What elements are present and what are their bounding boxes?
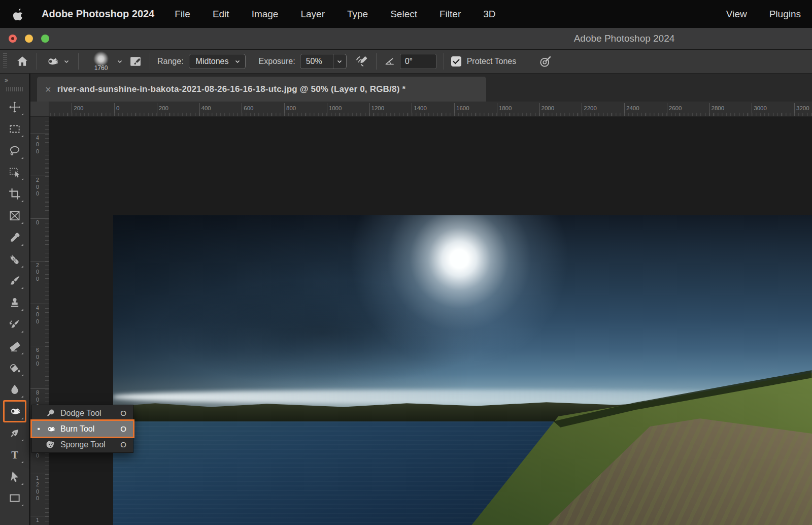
brush-angle-value: 0° xyxy=(405,57,413,66)
chevron-down-icon xyxy=(63,58,70,65)
menu-item-view[interactable]: View xyxy=(726,9,747,20)
range-select[interactable]: Midtones xyxy=(189,54,246,69)
traffic-light-zoom[interactable] xyxy=(41,35,49,43)
tool-lasso[interactable] xyxy=(5,141,25,160)
pen-pressure-icon xyxy=(538,54,553,69)
type-icon xyxy=(8,448,21,462)
chevron-down-icon xyxy=(234,58,241,65)
menu-item-filter[interactable]: Filter xyxy=(439,9,461,20)
traffic-light-close[interactable] xyxy=(9,35,17,43)
canvas-area[interactable] xyxy=(49,117,812,525)
flyout-item-sponge-tool[interactable]: Sponge ToolO xyxy=(32,437,133,452)
tool-type[interactable] xyxy=(5,445,25,465)
window-title-bar: Adobe Photoshop 2024 xyxy=(0,28,812,49)
brush-settings-panel-icon xyxy=(128,54,143,69)
sponge-tool-icon xyxy=(46,440,56,450)
h-ruler-label: 3200 xyxy=(796,105,809,111)
tool-spot-healing-brush[interactable] xyxy=(5,250,25,269)
menu-item-layer[interactable]: Layer xyxy=(300,9,325,20)
h-ruler-label: 1800 xyxy=(499,105,512,111)
document-tab[interactable]: × river-and-sunshine-in-bakota-2021-08-2… xyxy=(37,77,486,102)
flyout-item-label: Sponge Tool xyxy=(60,440,115,449)
traffic-light-minimize[interactable] xyxy=(25,35,33,43)
tool-path-selection[interactable] xyxy=(5,467,25,486)
v-ruler-label: 1 4 0 0 xyxy=(30,517,45,525)
brush-angle-input[interactable]: 0° xyxy=(400,54,436,69)
apple-menu-icon[interactable] xyxy=(13,8,24,21)
tool-brush[interactable] xyxy=(5,271,25,290)
flyout-item-burn-tool[interactable]: ■Burn ToolO xyxy=(32,421,133,437)
paint-bucket-icon xyxy=(8,362,21,375)
tool-pen[interactable] xyxy=(5,423,25,443)
range-label: Range: xyxy=(157,57,184,66)
pen-pressure-toggle-button[interactable] xyxy=(538,54,553,69)
h-ruler-label: 2400 xyxy=(626,105,639,111)
blur-icon xyxy=(8,383,21,396)
menu-item-plugins[interactable]: Plugins xyxy=(769,9,801,20)
macos-menu-bar: Adobe Photoshop 2024 FileEditImageLayerT… xyxy=(0,0,812,28)
tool-clone-stamp[interactable] xyxy=(5,293,25,312)
tool-options-bar: 1760 Range: Midtones Exposure: 50% 0° xyxy=(0,50,812,74)
flyout-item-label: Dodge Tool xyxy=(60,409,115,418)
h-ruler-label: 1200 xyxy=(371,105,385,111)
menu-item-image[interactable]: Image xyxy=(252,9,279,20)
h-ruler-label: 1600 xyxy=(456,105,469,111)
collapse-toolbox-button[interactable]: » xyxy=(0,74,29,85)
document-tab-strip: × river-and-sunshine-in-bakota-2021-08-2… xyxy=(30,74,812,102)
brush-preset-picker[interactable]: 1760 xyxy=(88,51,114,72)
menu-item-edit[interactable]: Edit xyxy=(213,9,229,20)
ruler-origin-corner[interactable] xyxy=(30,102,49,117)
flyout-item-dodge-tool[interactable]: Dodge ToolO xyxy=(32,405,133,421)
options-bar-grip[interactable] xyxy=(3,53,7,70)
tool-rectangle[interactable] xyxy=(5,488,25,508)
tool-eraser[interactable] xyxy=(5,337,25,356)
tool-blur[interactable] xyxy=(5,380,25,399)
tool-object-selection[interactable] xyxy=(5,162,25,182)
menu-item-select[interactable]: Select xyxy=(390,9,417,20)
move-icon xyxy=(8,101,21,114)
menubar-items: FileEditImageLayerTypeSelectFilter3D xyxy=(175,9,495,20)
airbrush-toggle-button[interactable] xyxy=(355,54,369,69)
vertical-ruler[interactable]: 4 0 02 0 002 0 04 0 06 0 08 0 01 0 0 01 … xyxy=(30,117,49,525)
toggle-brush-settings-button[interactable] xyxy=(128,54,143,69)
h-ruler-label: 1400 xyxy=(414,105,427,111)
v-ruler-label: 2 0 0 xyxy=(30,177,45,198)
exposure-input[interactable]: 50% xyxy=(300,54,347,69)
menu-item-file[interactable]: File xyxy=(175,9,190,20)
tool-history-brush[interactable] xyxy=(5,315,25,334)
app-menu-title[interactable]: Adobe Photoshop 2024 xyxy=(42,8,154,20)
tool-crop[interactable] xyxy=(5,184,25,204)
window-title: Adobe Photoshop 2024 xyxy=(523,28,726,49)
toolbox-grip[interactable] xyxy=(6,87,23,91)
close-tab-icon[interactable]: × xyxy=(45,84,51,94)
eyedropper-icon xyxy=(8,231,21,244)
horizontal-ruler[interactable]: 2000200400600800100012001400160018002000… xyxy=(30,102,812,117)
active-tool-preset-button[interactable] xyxy=(45,54,70,69)
tool-move[interactable] xyxy=(5,97,25,117)
tool-burn[interactable] xyxy=(5,402,25,421)
flyout-item-shortcut: O xyxy=(120,409,126,417)
v-ruler-label: 1 2 0 0 xyxy=(30,475,45,502)
h-ruler-label: 1000 xyxy=(329,105,342,111)
tool-frame[interactable] xyxy=(5,206,25,225)
chevron-down-icon[interactable] xyxy=(116,58,123,65)
rectangular-marquee-icon xyxy=(8,122,21,136)
protect-tones-checkbox[interactable] xyxy=(451,56,461,67)
tool-rectangular-marquee[interactable] xyxy=(5,119,25,139)
tool-paint-bucket[interactable] xyxy=(5,358,25,378)
home-button[interactable] xyxy=(15,54,29,69)
menu-item-type[interactable]: Type xyxy=(347,9,368,20)
tool-eyedropper[interactable] xyxy=(5,228,25,247)
document-tab-title: river-and-sunshine-in-bakota-2021-08-26-… xyxy=(57,84,406,94)
menubar-items-right: ViewPlugins xyxy=(726,9,801,20)
document-image[interactable] xyxy=(113,215,812,525)
h-ruler-label: 800 xyxy=(286,105,296,111)
menu-item-3d[interactable]: 3D xyxy=(483,9,495,20)
h-ruler-label: 200 xyxy=(159,105,168,111)
h-ruler-label: 600 xyxy=(244,105,253,111)
divider xyxy=(37,53,37,70)
h-ruler-label: 2800 xyxy=(712,105,725,111)
burn-tool-icon xyxy=(45,54,59,69)
exposure-dropdown-button[interactable] xyxy=(333,54,346,69)
photoshop-window: Adobe Photoshop 2024 FileEditImageLayerT… xyxy=(0,0,812,525)
